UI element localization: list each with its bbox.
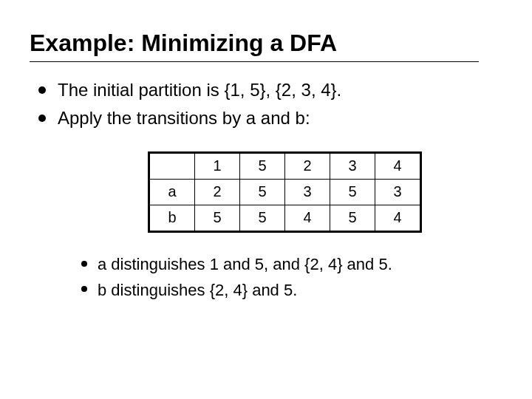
bullet-item: The initial partition is {1, 5}, {2, 3, …: [30, 78, 502, 102]
transition-table-wrap: 1 5 2 3 4 a 2 5 3 5 3 b 5 5 4 5 4: [148, 151, 502, 233]
top-bullet-list: The initial partition is {1, 5}, {2, 3, …: [30, 78, 502, 131]
table-corner-cell: [149, 152, 195, 179]
col-header: 1: [195, 152, 240, 179]
table-cell: 5: [240, 205, 285, 231]
table-cell: 4: [285, 205, 330, 231]
row-label: b: [149, 205, 195, 231]
col-header: 4: [375, 152, 421, 179]
bullet-item: Apply the transitions by a and b:: [30, 106, 502, 130]
table-cell: 3: [285, 179, 330, 205]
table-cell: 4: [375, 205, 421, 231]
table-cell: 5: [330, 179, 375, 205]
table-header-row: 1 5 2 3 4: [149, 152, 421, 179]
bullet-item: b distinguishes {2, 4} and 5.: [74, 279, 502, 302]
bullet-item: a distinguishes 1 and 5, and {2, 4} and …: [74, 253, 502, 276]
col-header: 5: [240, 152, 285, 179]
col-header: 3: [330, 152, 375, 179]
table-cell: 3: [375, 179, 421, 205]
slide: Example: Minimizing a DFA The initial pa…: [0, 0, 532, 399]
transition-table: 1 5 2 3 4 a 2 5 3 5 3 b 5 5 4 5 4: [148, 151, 422, 233]
table-row: a 2 5 3 5 3: [149, 179, 421, 205]
table-cell: 5: [195, 205, 240, 231]
slide-title: Example: Minimizing a DFA: [30, 30, 502, 57]
sub-bullet-list: a distinguishes 1 and 5, and {2, 4} and …: [74, 253, 502, 302]
col-header: 2: [285, 152, 330, 179]
title-rule: [30, 61, 479, 62]
table-cell: 5: [330, 205, 375, 231]
table-row: b 5 5 4 5 4: [149, 205, 421, 231]
table-cell: 2: [195, 179, 240, 205]
row-label: a: [149, 179, 195, 205]
table-cell: 5: [240, 179, 285, 205]
